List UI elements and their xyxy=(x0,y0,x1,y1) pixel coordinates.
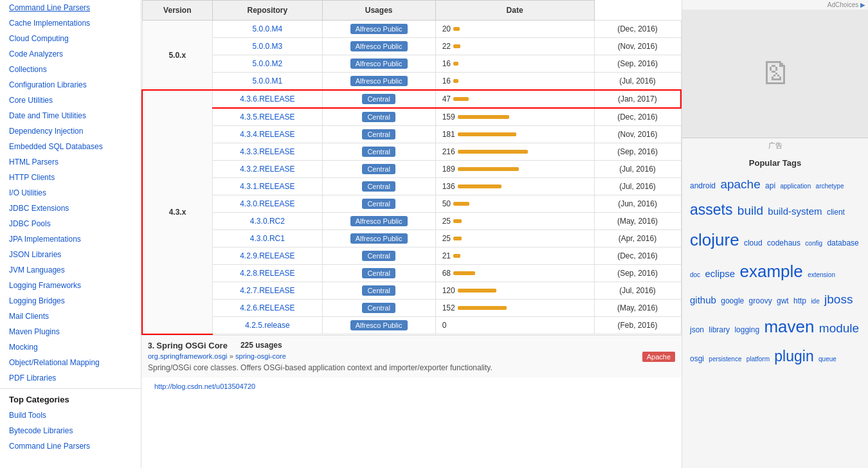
usage-bar xyxy=(453,219,462,223)
version-link[interactable]: 4.3.6.RELEASE xyxy=(240,94,294,104)
usages-number: 22 xyxy=(442,42,451,51)
sidebar-item-jvm-languages[interactable]: JVM Languages xyxy=(0,262,141,278)
sidebar-item-jdbc-extensions[interactable]: JDBC Extensions xyxy=(0,201,141,216)
tag-link[interactable]: google xyxy=(721,296,744,305)
tag-link[interactable]: example xyxy=(740,262,803,281)
sidebar-item-build-tools[interactable]: Build Tools xyxy=(0,408,141,423)
sidebar-item-logging-bridges[interactable]: Logging Bridges xyxy=(0,293,141,309)
sidebar-item-jpa-implementations[interactable]: JPA Implementations xyxy=(0,231,141,247)
repo-cell: Alfresco Public xyxy=(322,230,435,248)
tag-link[interactable]: apache xyxy=(720,177,760,191)
version-link[interactable]: 4.2.5.release xyxy=(245,321,289,330)
version-link[interactable]: 4.3.0.RC2 xyxy=(250,217,285,226)
sidebar-item-html-parsers[interactable]: HTML Parsers xyxy=(0,154,141,170)
tag-link[interactable]: build xyxy=(737,204,763,217)
tag-link[interactable]: jboss xyxy=(824,292,853,306)
sidebar-item-http-clients[interactable]: HTTP Clients xyxy=(0,170,141,185)
sidebar-item-date-time-utilities[interactable]: Date and Time Utilities xyxy=(0,108,141,123)
bottom-url-link[interactable]: http://blog.csdn.net/u013504720 xyxy=(148,380,675,393)
tag-link[interactable]: osgi xyxy=(690,354,704,363)
version-link[interactable]: 5.0.0.M4 xyxy=(253,24,283,33)
tag-link[interactable]: database xyxy=(827,239,858,248)
version-link[interactable]: 4.3.3.RELEASE xyxy=(240,147,294,156)
usage-bar xyxy=(458,132,516,136)
version-link[interactable]: 4.2.6.RELEASE xyxy=(240,303,294,312)
tag-link[interactable]: persistence xyxy=(709,356,741,363)
table-row: 4.3.1.RELEASE Central 136 (Jul, 2016) xyxy=(142,178,681,195)
tag-link[interactable]: application xyxy=(780,183,811,190)
version-link[interactable]: 4.3.5.RELEASE xyxy=(240,113,294,122)
version-link[interactable]: 5.0.0.M1 xyxy=(253,76,283,86)
tag-link[interactable]: client xyxy=(827,208,845,217)
version-link[interactable]: 5.0.0.M3 xyxy=(253,42,283,51)
tag-link[interactable]: doc xyxy=(690,271,700,278)
tag-link[interactable]: extension xyxy=(808,271,835,278)
tag-link[interactable]: ide xyxy=(811,298,819,305)
tag-link[interactable]: json xyxy=(690,325,704,334)
tag-link[interactable]: codehaus xyxy=(767,239,800,248)
sidebar-item-mail-clients[interactable]: Mail Clients xyxy=(0,309,141,324)
table-row: 5.0.0.M2 Alfresco Public 16 (Sep, 2016) xyxy=(142,55,681,73)
repo-badge: Alfresco Public xyxy=(350,41,408,51)
version-link[interactable]: 4.3.4.RELEASE xyxy=(240,130,294,139)
version-link[interactable]: 4.3.2.RELEASE xyxy=(240,165,294,174)
sidebar-item-maven-plugins[interactable]: Maven Plugins xyxy=(0,324,141,339)
tag-link[interactable]: queue xyxy=(818,356,836,363)
usages-cell: 22 xyxy=(435,38,594,55)
sidebar-item-cache-implementations[interactable]: Cache Implementations xyxy=(0,15,141,31)
tag-link[interactable]: android xyxy=(690,181,716,190)
version-link[interactable]: 4.3.1.RELEASE xyxy=(240,182,294,191)
usage-bar xyxy=(453,237,462,240)
sidebar-item-cloud-computing[interactable]: Cloud Computing xyxy=(0,31,141,46)
sidebar-item-orm[interactable]: Object/Relational Mapping xyxy=(0,355,141,370)
sidebar-item-mocking[interactable]: Mocking xyxy=(0,339,141,355)
sidebar-item-bytecode-libraries[interactable]: Bytecode Libraries xyxy=(0,423,141,438)
sidebar-item-top-categories[interactable]: Top Categories xyxy=(0,392,141,408)
sidebar-item-logging-frameworks[interactable]: Logging Frameworks xyxy=(0,278,141,293)
tag-link[interactable]: platform xyxy=(746,356,770,363)
sidebar-item-pdf-libraries[interactable]: PDF Libraries xyxy=(0,370,141,386)
sidebar-item-jdbc-pools[interactable]: JDBC Pools xyxy=(0,216,141,231)
col-version-header: Version xyxy=(142,1,213,21)
version-link[interactable]: 4.2.8.RELEASE xyxy=(240,269,294,278)
repo-cell: Central xyxy=(322,161,435,178)
tag-link[interactable]: plugin xyxy=(774,348,813,364)
table-row: 4.3.0.RC2 Alfresco Public 25 (May, 2016) xyxy=(142,213,681,230)
sidebar-item-command-line-parsers-2[interactable]: Command Line Parsers xyxy=(0,438,141,454)
sidebar-item-configuration-libraries[interactable]: Configuration Libraries xyxy=(0,77,141,93)
tag-link[interactable]: gwt xyxy=(777,296,789,305)
sidebar-item-dependency-injection[interactable]: Dependency Injection xyxy=(0,123,141,139)
version-link[interactable]: 4.3.0.RELEASE xyxy=(240,199,294,208)
sidebar-item-core-utilities[interactable]: Core Utilities xyxy=(0,93,141,108)
tag-link[interactable]: clojure xyxy=(690,230,739,249)
tag-link[interactable]: logging xyxy=(734,325,759,334)
tag-link[interactable]: module xyxy=(819,321,859,335)
version-link[interactable]: 4.2.9.RELEASE xyxy=(240,251,294,260)
tag-link[interactable]: archetype xyxy=(816,183,844,190)
version-cell: 4.3.2.RELEASE xyxy=(213,161,323,178)
version-link[interactable]: 4.2.7.RELEASE xyxy=(240,286,294,295)
repo-badge: Alfresco Public xyxy=(350,24,408,34)
sidebar-item-io-utilities[interactable]: I/O Utilities xyxy=(0,185,141,201)
sidebar-item-collections[interactable]: Collections xyxy=(0,62,141,77)
tag-link[interactable]: http xyxy=(793,296,806,305)
tag-link[interactable]: eclipse xyxy=(705,268,735,279)
sidebar-item-json-libraries[interactable]: JSON Libraries xyxy=(0,247,141,262)
tag-link[interactable]: github xyxy=(690,294,716,305)
tag-link[interactable]: maven xyxy=(764,317,814,336)
result-artifact-link[interactable]: spring-osgi-core xyxy=(235,352,286,360)
sidebar-item-code-analyzers[interactable]: Code Analyzers xyxy=(0,46,141,62)
tag-link[interactable]: groovy xyxy=(749,296,772,305)
version-link[interactable]: 4.3.0.RC1 xyxy=(250,234,285,243)
version-link[interactable]: 5.0.0.M2 xyxy=(253,59,283,68)
tag-link[interactable]: assets xyxy=(690,201,732,218)
tag-link[interactable]: build-system xyxy=(768,206,822,217)
sidebar-item-embedded-sql[interactable]: Embedded SQL Databases xyxy=(0,139,141,154)
sidebar-item-command-line-parsers[interactable]: Command Line Parsers xyxy=(0,0,141,15)
tag-link[interactable]: cloud xyxy=(744,239,763,248)
tag-link[interactable]: library xyxy=(709,325,730,334)
tag-link[interactable]: api xyxy=(765,181,775,190)
usages-number: 0 xyxy=(442,321,447,330)
tag-link[interactable]: config xyxy=(805,240,822,247)
result-group-link[interactable]: org.springframework.osgi xyxy=(148,352,228,360)
